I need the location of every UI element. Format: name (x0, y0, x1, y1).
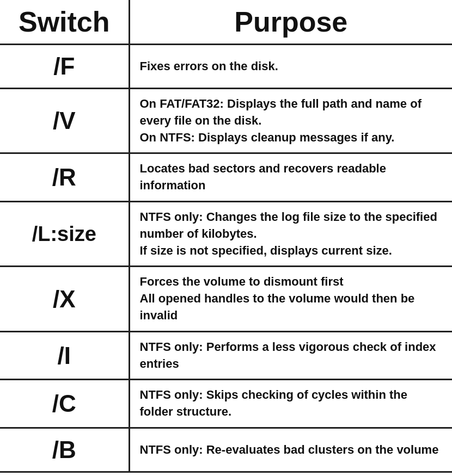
header-purpose: Purpose (129, 0, 452, 45)
table-row: /CNTFS only: Skips checking of cycles wi… (0, 380, 452, 428)
switch-cell: /I (0, 331, 129, 380)
main-table: Switch Purpose /FFixes errors on the dis… (0, 0, 452, 473)
purpose-cell: NTFS only: Changes the log file size to … (129, 201, 452, 266)
table-row: /FFixes errors on the disk. (0, 45, 452, 89)
table-row: /L:sizeNTFS only: Changes the log file s… (0, 201, 452, 266)
purpose-cell: NTFS only: Re-evaluates bad clusters on … (129, 428, 452, 472)
switch-cell: /F (0, 45, 129, 89)
header-switch: Switch (0, 0, 129, 45)
header-row: Switch Purpose (0, 0, 452, 45)
purpose-cell: On FAT/FAT32: Displays the full path and… (129, 89, 452, 153)
switch-cell: /B (0, 428, 129, 472)
table-row: /VOn FAT/FAT32: Displays the full path a… (0, 89, 452, 153)
table-row: /BNTFS only: Re-evaluates bad clusters o… (0, 428, 452, 472)
switch-cell: /C (0, 380, 129, 428)
table-row: /RLocates bad sectors and recovers reada… (0, 153, 452, 202)
watermark: wsxdn.com (0, 473, 452, 476)
purpose-cell: Forces the volume to dismount firstAll o… (129, 267, 452, 331)
purpose-cell: NTFS only: Performs a less vigorous chec… (129, 331, 452, 380)
purpose-cell: Locates bad sectors and recovers readabl… (129, 153, 452, 202)
switch-cell: /L:size (0, 201, 129, 266)
switch-cell: /V (0, 89, 129, 153)
table-row: /INTFS only: Performs a less vigorous ch… (0, 331, 452, 380)
switch-cell: /R (0, 153, 129, 202)
purpose-cell: NTFS only: Skips checking of cycles with… (129, 380, 452, 428)
table-row: /XForces the volume to dismount firstAll… (0, 267, 452, 331)
purpose-cell: Fixes errors on the disk. (129, 45, 452, 89)
switch-cell: /X (0, 267, 129, 331)
